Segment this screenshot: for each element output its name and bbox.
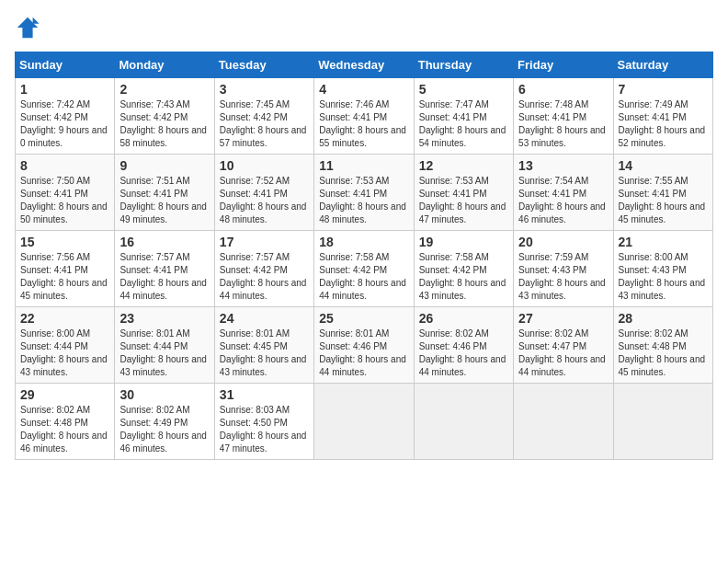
day-cell: 3Sunrise: 7:45 AMSunset: 4:42 PMDaylight… bbox=[214, 78, 313, 155]
header-tuesday: Tuesday bbox=[214, 52, 313, 78]
day-info: Sunrise: 8:00 AMSunset: 4:43 PMDaylight:… bbox=[619, 251, 708, 303]
day-number: 11 bbox=[319, 158, 408, 173]
day-number: 26 bbox=[419, 311, 508, 326]
header bbox=[15, 15, 713, 40]
day-info: Sunrise: 7:58 AMSunset: 4:42 PMDaylight:… bbox=[319, 251, 408, 303]
day-number: 29 bbox=[20, 387, 109, 402]
day-cell: 17Sunrise: 7:57 AMSunset: 4:42 PMDayligh… bbox=[214, 231, 313, 307]
day-info: Sunrise: 7:48 AMSunset: 4:41 PMDaylight:… bbox=[518, 98, 608, 150]
day-number: 2 bbox=[119, 82, 209, 97]
header-friday: Friday bbox=[514, 52, 613, 78]
day-info: Sunrise: 7:56 AMSunset: 4:41 PMDaylight:… bbox=[20, 251, 109, 303]
day-number: 19 bbox=[419, 235, 508, 249]
day-cell: 20Sunrise: 7:59 AMSunset: 4:43 PMDayligh… bbox=[514, 231, 613, 307]
day-cell: 25Sunrise: 8:01 AMSunset: 4:46 PMDayligh… bbox=[314, 307, 414, 384]
day-cell bbox=[414, 384, 513, 460]
day-cell bbox=[613, 384, 712, 460]
days-header-row: SundayMondayTuesdayWednesdayThursdayFrid… bbox=[16, 52, 713, 78]
day-cell: 2Sunrise: 7:43 AMSunset: 4:42 PMDaylight… bbox=[115, 78, 214, 155]
day-info: Sunrise: 7:50 AMSunset: 4:41 PMDaylight:… bbox=[20, 175, 109, 226]
day-info: Sunrise: 8:02 AMSunset: 4:48 PMDaylight:… bbox=[20, 404, 109, 455]
day-cell: 22Sunrise: 8:00 AMSunset: 4:44 PMDayligh… bbox=[16, 307, 115, 384]
day-info: Sunrise: 7:58 AMSunset: 4:42 PMDaylight:… bbox=[419, 251, 508, 303]
day-cell: 19Sunrise: 7:58 AMSunset: 4:42 PMDayligh… bbox=[414, 231, 513, 307]
day-cell: 31Sunrise: 8:03 AMSunset: 4:50 PMDayligh… bbox=[214, 384, 313, 460]
day-cell bbox=[314, 384, 414, 460]
day-number: 5 bbox=[419, 82, 508, 97]
day-info: Sunrise: 8:02 AMSunset: 4:47 PMDaylight:… bbox=[518, 327, 608, 379]
day-number: 8 bbox=[20, 158, 109, 173]
day-number: 28 bbox=[619, 311, 708, 326]
day-info: Sunrise: 8:03 AMSunset: 4:50 PMDaylight:… bbox=[220, 404, 309, 455]
day-cell: 29Sunrise: 8:02 AMSunset: 4:48 PMDayligh… bbox=[16, 384, 115, 460]
day-cell: 1Sunrise: 7:42 AMSunset: 4:42 PMDaylight… bbox=[16, 78, 115, 155]
day-number: 7 bbox=[619, 82, 708, 97]
day-number: 1 bbox=[20, 82, 109, 97]
svg-marker-1 bbox=[33, 17, 40, 24]
logo bbox=[15, 15, 44, 40]
day-number: 12 bbox=[419, 158, 508, 173]
day-number: 14 bbox=[619, 158, 708, 173]
day-number: 9 bbox=[119, 158, 209, 173]
day-cell: 11Sunrise: 7:53 AMSunset: 4:41 PMDayligh… bbox=[314, 155, 414, 231]
day-number: 4 bbox=[319, 82, 408, 97]
day-number: 18 bbox=[319, 235, 408, 249]
day-info: Sunrise: 7:53 AMSunset: 4:41 PMDaylight:… bbox=[419, 175, 508, 226]
day-cell: 15Sunrise: 7:56 AMSunset: 4:41 PMDayligh… bbox=[16, 231, 115, 307]
day-cell: 26Sunrise: 8:02 AMSunset: 4:46 PMDayligh… bbox=[414, 307, 513, 384]
day-info: Sunrise: 7:51 AMSunset: 4:41 PMDaylight:… bbox=[119, 175, 209, 226]
day-number: 17 bbox=[220, 235, 309, 249]
day-cell: 16Sunrise: 7:57 AMSunset: 4:41 PMDayligh… bbox=[115, 231, 214, 307]
day-number: 22 bbox=[20, 311, 109, 326]
header-saturday: Saturday bbox=[613, 52, 712, 78]
day-cell: 18Sunrise: 7:58 AMSunset: 4:42 PMDayligh… bbox=[314, 231, 414, 307]
day-number: 15 bbox=[20, 235, 109, 249]
day-cell: 12Sunrise: 7:53 AMSunset: 4:41 PMDayligh… bbox=[414, 155, 513, 231]
calendar-table: SundayMondayTuesdayWednesdayThursdayFrid… bbox=[15, 52, 713, 460]
day-cell: 9Sunrise: 7:51 AMSunset: 4:41 PMDaylight… bbox=[115, 155, 214, 231]
day-info: Sunrise: 8:02 AMSunset: 4:48 PMDaylight:… bbox=[619, 327, 708, 379]
day-number: 23 bbox=[119, 311, 209, 326]
day-info: Sunrise: 7:57 AMSunset: 4:41 PMDaylight:… bbox=[119, 251, 209, 303]
day-cell: 13Sunrise: 7:54 AMSunset: 4:41 PMDayligh… bbox=[514, 155, 613, 231]
week-row-5: 29Sunrise: 8:02 AMSunset: 4:48 PMDayligh… bbox=[16, 384, 713, 460]
day-number: 16 bbox=[119, 235, 209, 249]
day-number: 13 bbox=[518, 158, 608, 173]
logo-icon bbox=[15, 15, 40, 40]
day-info: Sunrise: 7:57 AMSunset: 4:42 PMDaylight:… bbox=[220, 251, 309, 303]
day-info: Sunrise: 7:59 AMSunset: 4:43 PMDaylight:… bbox=[518, 251, 608, 303]
day-number: 20 bbox=[518, 235, 608, 249]
day-number: 10 bbox=[220, 158, 309, 173]
day-info: Sunrise: 8:01 AMSunset: 4:45 PMDaylight:… bbox=[220, 327, 309, 379]
day-number: 24 bbox=[220, 311, 309, 326]
day-cell: 6Sunrise: 7:48 AMSunset: 4:41 PMDaylight… bbox=[514, 78, 613, 155]
day-cell: 8Sunrise: 7:50 AMSunset: 4:41 PMDaylight… bbox=[16, 155, 115, 231]
day-cell: 7Sunrise: 7:49 AMSunset: 4:41 PMDaylight… bbox=[613, 78, 712, 155]
week-row-1: 1Sunrise: 7:42 AMSunset: 4:42 PMDaylight… bbox=[16, 78, 713, 155]
day-cell: 30Sunrise: 8:02 AMSunset: 4:49 PMDayligh… bbox=[115, 384, 214, 460]
day-info: Sunrise: 7:53 AMSunset: 4:41 PMDaylight:… bbox=[319, 175, 408, 226]
header-wednesday: Wednesday bbox=[314, 52, 414, 78]
day-number: 25 bbox=[319, 311, 408, 326]
day-cell bbox=[514, 384, 613, 460]
week-row-4: 22Sunrise: 8:00 AMSunset: 4:44 PMDayligh… bbox=[16, 307, 713, 384]
day-number: 27 bbox=[518, 311, 608, 326]
day-info: Sunrise: 8:00 AMSunset: 4:44 PMDaylight:… bbox=[20, 327, 109, 379]
day-info: Sunrise: 7:52 AMSunset: 4:41 PMDaylight:… bbox=[220, 175, 309, 226]
day-info: Sunrise: 7:43 AMSunset: 4:42 PMDaylight:… bbox=[119, 98, 209, 150]
day-cell: 14Sunrise: 7:55 AMSunset: 4:41 PMDayligh… bbox=[613, 155, 712, 231]
day-info: Sunrise: 7:46 AMSunset: 4:41 PMDaylight:… bbox=[319, 98, 408, 150]
day-info: Sunrise: 7:45 AMSunset: 4:42 PMDaylight:… bbox=[220, 98, 309, 150]
day-info: Sunrise: 8:02 AMSunset: 4:49 PMDaylight:… bbox=[119, 404, 209, 455]
day-info: Sunrise: 7:55 AMSunset: 4:41 PMDaylight:… bbox=[619, 175, 708, 226]
day-info: Sunrise: 7:49 AMSunset: 4:41 PMDaylight:… bbox=[619, 98, 708, 150]
week-row-3: 15Sunrise: 7:56 AMSunset: 4:41 PMDayligh… bbox=[16, 231, 713, 307]
day-info: Sunrise: 8:01 AMSunset: 4:44 PMDaylight:… bbox=[119, 327, 209, 379]
day-info: Sunrise: 7:47 AMSunset: 4:41 PMDaylight:… bbox=[419, 98, 508, 150]
day-cell: 5Sunrise: 7:47 AMSunset: 4:41 PMDaylight… bbox=[414, 78, 513, 155]
header-sunday: Sunday bbox=[16, 52, 115, 78]
day-cell: 27Sunrise: 8:02 AMSunset: 4:47 PMDayligh… bbox=[514, 307, 613, 384]
week-row-2: 8Sunrise: 7:50 AMSunset: 4:41 PMDaylight… bbox=[16, 155, 713, 231]
day-cell: 10Sunrise: 7:52 AMSunset: 4:41 PMDayligh… bbox=[214, 155, 313, 231]
header-monday: Monday bbox=[115, 52, 214, 78]
